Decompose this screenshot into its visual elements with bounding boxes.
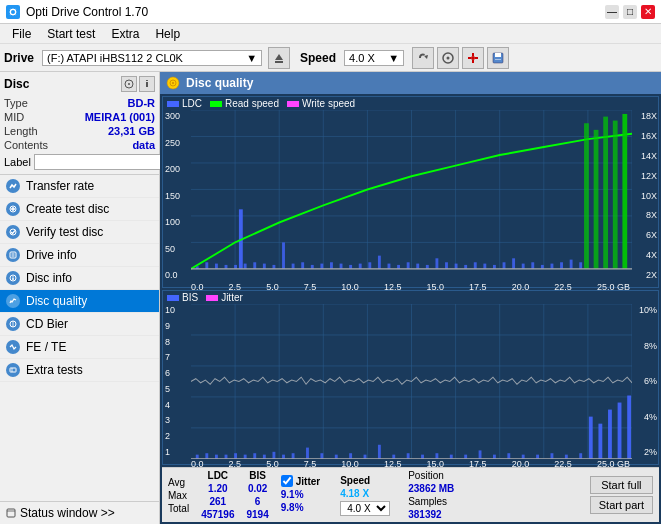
x-label: 22.5 — [554, 459, 572, 469]
svg-rect-153 — [608, 410, 612, 459]
y-label: 2X — [633, 271, 657, 280]
x-label: 7.5 — [304, 459, 317, 469]
svg-rect-59 — [234, 265, 237, 269]
svg-rect-77 — [407, 262, 410, 269]
menu-help[interactable]: Help — [147, 26, 188, 42]
svg-rect-22 — [10, 252, 16, 258]
length-value: 23,31 GB — [108, 125, 155, 137]
nav-item-transfer-rate[interactable]: Transfer rate — [0, 175, 159, 198]
nav-item-create-test-disc[interactable]: Create test disc — [0, 198, 159, 221]
menu-start-test[interactable]: Start test — [39, 26, 103, 42]
nav-item-label: Disc quality — [26, 294, 87, 308]
nav-item-disc-quality[interactable]: Disc quality — [0, 290, 159, 313]
menu-file[interactable]: File — [4, 26, 39, 42]
svg-point-1 — [11, 10, 15, 14]
svg-rect-138 — [407, 453, 410, 459]
position-value: 23862 MB — [408, 483, 454, 494]
drive-info-icon — [6, 248, 20, 262]
start-full-button[interactable]: Start full — [590, 476, 653, 494]
menu-extra[interactable]: Extra — [103, 26, 147, 42]
svg-rect-70 — [340, 264, 343, 269]
svg-rect-134 — [349, 453, 352, 459]
drivebar-action-icons — [412, 47, 509, 69]
start-part-button[interactable]: Start part — [590, 496, 653, 514]
y-label: 200 — [165, 165, 189, 174]
svg-rect-94 — [570, 260, 573, 269]
eject-button[interactable] — [268, 47, 290, 69]
contents-value: data — [132, 139, 155, 151]
svg-rect-99 — [603, 117, 608, 269]
nav-item-extra-tests[interactable]: Extra tests — [0, 359, 159, 382]
y-label: 7 — [165, 353, 189, 362]
svg-rect-84 — [474, 262, 477, 269]
y-label: 6 — [165, 369, 189, 378]
speed-selector[interactable]: 4.0 X ▼ — [344, 50, 404, 66]
y-label: 10% — [633, 306, 657, 315]
svg-rect-80 — [435, 258, 438, 269]
status-window-button[interactable]: Status window >> — [0, 502, 159, 524]
svg-rect-144 — [493, 455, 496, 459]
save-button[interactable] — [487, 47, 509, 69]
svg-rect-88 — [512, 258, 515, 269]
svg-rect-66 — [301, 262, 304, 269]
svg-rect-58 — [225, 265, 228, 269]
nav-item-verify-test-disc[interactable]: Verify test disc — [0, 221, 159, 244]
svg-rect-128 — [272, 452, 275, 459]
nav-item-fe-te[interactable]: FE / TE — [0, 336, 159, 359]
svg-rect-14 — [495, 59, 501, 60]
start-buttons: Start full Start part — [590, 476, 653, 514]
bis-header: BIS — [249, 470, 266, 481]
y-label: 4 — [165, 401, 189, 410]
contents-label: Contents — [4, 139, 48, 151]
ldc-avg: 1.20 — [208, 483, 227, 494]
jitter-checkbox[interactable] — [281, 475, 293, 487]
nav-item-drive-info[interactable]: Drive info — [0, 244, 159, 267]
legend-bis: BIS — [167, 292, 198, 303]
y-label: 50 — [165, 245, 189, 254]
minimize-button[interactable]: — — [605, 5, 619, 19]
total-label: Total — [168, 503, 189, 514]
y-label: 6X — [633, 231, 657, 240]
legend-read-speed: Read speed — [210, 98, 279, 109]
nav-item-cd-bier[interactable]: CD Bier — [0, 313, 159, 336]
disc-action-button[interactable] — [437, 47, 459, 69]
x-label: 10.0 — [341, 459, 359, 469]
content-header-icon — [166, 76, 180, 90]
disc-mid-row: MID MEIRA1 (001) — [4, 110, 155, 124]
speed-unit-select[interactable]: 4.0 X 8.0 X — [340, 501, 390, 516]
drivebar: Drive (F:) ATAPI iHBS112 2 CL0K ▼ Speed … — [0, 44, 661, 72]
mid-label: MID — [4, 111, 24, 123]
extra-tests-icon — [6, 363, 20, 377]
disc-label-row: Label — [4, 154, 155, 170]
drive-selector[interactable]: (F:) ATAPI iHBS112 2 CL0K ▼ — [42, 50, 262, 66]
disc-info-icon[interactable]: i — [139, 76, 155, 92]
nav-item-label: Disc info — [26, 271, 72, 285]
refresh-button[interactable] — [412, 47, 434, 69]
close-button[interactable]: ✕ — [641, 5, 655, 19]
svg-rect-86 — [493, 265, 496, 269]
speed-header: Speed — [340, 475, 390, 486]
svg-rect-9 — [468, 57, 471, 59]
x-label: 15.0 — [427, 459, 445, 469]
menubar: File Start test Extra Help — [0, 24, 661, 44]
y-label: 14X — [633, 152, 657, 161]
stats-labels-col: Avg Max Total — [168, 477, 189, 514]
disc-label-input[interactable] — [34, 154, 163, 170]
svg-rect-8 — [472, 60, 474, 63]
nav-item-disc-info[interactable]: Disc info — [0, 267, 159, 290]
fe-te-icon — [6, 340, 20, 354]
settings-button[interactable] — [462, 47, 484, 69]
speed-label: Speed — [300, 51, 336, 65]
disc-load-icon[interactable] — [121, 76, 137, 92]
legend-ldc: LDC — [167, 98, 202, 109]
svg-rect-100 — [613, 121, 618, 269]
svg-rect-78 — [416, 264, 419, 269]
svg-rect-68 — [320, 264, 323, 269]
titlebar: Opti Drive Control 1.70 — □ ✕ — [0, 0, 661, 24]
maximize-button[interactable]: □ — [623, 5, 637, 19]
legend-jitter: Jitter — [206, 292, 243, 303]
y-label: 8X — [633, 211, 657, 220]
svg-rect-93 — [560, 262, 563, 269]
svg-rect-90 — [531, 262, 534, 269]
stats-speed-col: Speed 4.18 X 4.0 X 8.0 X — [340, 475, 390, 516]
